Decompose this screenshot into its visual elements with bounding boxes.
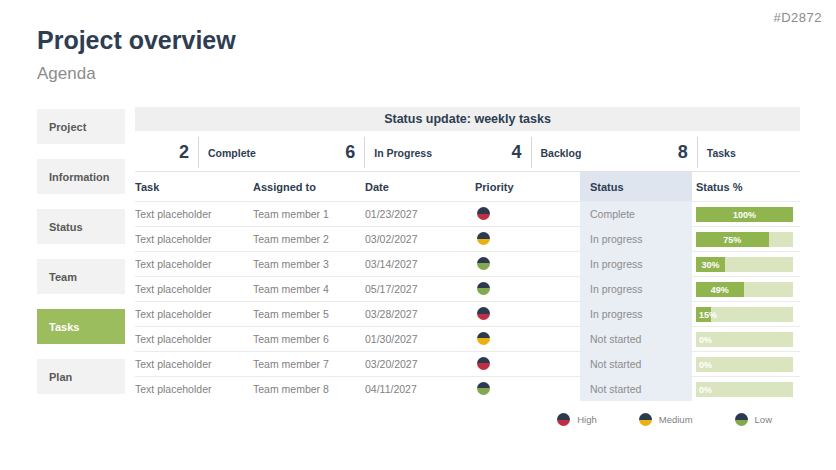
- table-row: Text placeholderTeam member 303/14/2027I…: [135, 251, 800, 276]
- progress-bar-label: 0%: [699, 332, 712, 347]
- agenda-sidebar: ProjectInformationStatusTeamTasksPlan: [37, 109, 125, 409]
- stat-in-progress: 6In Progress: [301, 134, 467, 171]
- legend-item-low: Low: [735, 413, 772, 426]
- priority-cell: [475, 282, 580, 297]
- assigned-to-cell: Team member 7: [253, 358, 365, 370]
- status-cell: In progress: [580, 277, 692, 301]
- status-cell: Complete: [580, 202, 692, 226]
- assigned-to-cell: Team member 2: [253, 233, 365, 245]
- status-percent-cell: 0%: [692, 382, 800, 397]
- table-row: Text placeholderTeam member 503/28/2027I…: [135, 301, 800, 326]
- assigned-to-cell: Team member 3: [253, 258, 365, 270]
- date-cell: 03/02/2027: [365, 233, 475, 245]
- assigned-to-cell: Team member 8: [253, 383, 365, 395]
- sidebar-item-team[interactable]: Team: [37, 259, 125, 294]
- column-header-status: Status: [580, 172, 692, 201]
- sidebar-item-project[interactable]: Project: [37, 109, 125, 144]
- stat-label: In Progress: [365, 147, 432, 159]
- task-cell: Text placeholder: [135, 383, 253, 395]
- legend-label: Medium: [659, 414, 693, 425]
- progress-bar-label: 0%: [699, 382, 712, 397]
- table-row: Text placeholderTeam member 601/30/2027N…: [135, 326, 800, 351]
- assigned-to-cell: Team member 6: [253, 333, 365, 345]
- progress-bar: 49%: [696, 282, 793, 297]
- column-header-priority: Priority: [475, 181, 580, 193]
- progress-bar-label: 49%: [696, 282, 744, 297]
- status-percent-cell: 75%: [692, 232, 800, 247]
- table-row: Text placeholderTeam member 804/11/2027N…: [135, 376, 800, 401]
- status-cell: In progress: [580, 227, 692, 251]
- task-cell: Text placeholder: [135, 283, 253, 295]
- priority-high-icon: [477, 207, 490, 220]
- progress-bar: 75%: [696, 232, 793, 247]
- template-code: #D2872: [773, 10, 822, 25]
- task-cell: Text placeholder: [135, 308, 253, 320]
- status-cell: Not started: [580, 377, 692, 401]
- table-row: Text placeholderTeam member 101/23/2027C…: [135, 201, 800, 226]
- priority-legend: HighMediumLow: [135, 413, 800, 426]
- table-row: Text placeholderTeam member 203/02/2027I…: [135, 226, 800, 251]
- priority-high-icon: [477, 307, 490, 320]
- sidebar-item-information[interactable]: Information: [37, 159, 125, 194]
- legend-label: High: [577, 414, 597, 425]
- date-cell: 01/23/2027: [365, 208, 475, 220]
- priority-cell: [475, 357, 580, 372]
- sidebar-item-tasks[interactable]: Tasks: [37, 309, 125, 344]
- priority-cell: [475, 207, 580, 222]
- sidebar-item-plan[interactable]: Plan: [37, 359, 125, 394]
- task-cell: Text placeholder: [135, 208, 253, 220]
- status-percent-cell: 0%: [692, 357, 800, 372]
- priority-low-icon: [477, 282, 490, 295]
- date-cell: 03/28/2027: [365, 308, 475, 320]
- assigned-to-cell: Team member 4: [253, 283, 365, 295]
- status-percent-cell: 30%: [692, 257, 800, 272]
- stat-backlog: 4Backlog: [468, 134, 634, 171]
- table-row: Text placeholderTeam member 405/17/2027I…: [135, 276, 800, 301]
- priority-medium-icon: [477, 232, 490, 245]
- priority-high-icon: [557, 413, 570, 426]
- progress-bar-label: 75%: [696, 232, 769, 247]
- priority-low-icon: [477, 257, 490, 270]
- stat-label: Tasks: [698, 147, 736, 159]
- progress-bar: 0%: [696, 357, 793, 372]
- status-cell: Not started: [580, 327, 692, 351]
- progress-bar: 30%: [696, 257, 793, 272]
- progress-bar-label: 15%: [699, 307, 717, 322]
- priority-cell: [475, 307, 580, 322]
- column-header-task: Task: [135, 181, 253, 193]
- priority-low-icon: [477, 382, 490, 395]
- stat-value: 6: [301, 142, 364, 163]
- priority-cell: [475, 382, 580, 397]
- page-subtitle: Agenda: [37, 64, 96, 84]
- panel-banner: Status update: weekly tasks: [135, 107, 800, 131]
- stat-label: Backlog: [532, 147, 582, 159]
- sidebar-item-status[interactable]: Status: [37, 209, 125, 244]
- task-cell: Text placeholder: [135, 258, 253, 270]
- legend-label: Low: [755, 414, 772, 425]
- stat-value: 2: [135, 142, 198, 163]
- stat-complete: 2Complete: [135, 134, 301, 171]
- task-cell: Text placeholder: [135, 233, 253, 245]
- stat-value: 8: [634, 142, 697, 163]
- progress-bar-label: 0%: [699, 357, 712, 372]
- priority-cell: [475, 332, 580, 347]
- date-cell: 03/14/2027: [365, 258, 475, 270]
- column-header-date: Date: [365, 181, 475, 193]
- priority-cell: [475, 257, 580, 272]
- banner-title: Status update: weekly tasks: [384, 112, 551, 126]
- priority-medium-icon: [639, 413, 652, 426]
- stat-label: Complete: [199, 147, 256, 159]
- status-cell: Not started: [580, 352, 692, 376]
- page-title: Project overview: [37, 26, 236, 55]
- task-cell: Text placeholder: [135, 358, 253, 370]
- table-header-row: TaskAssigned toDatePriorityStatusStatus …: [135, 172, 800, 201]
- status-cell: In progress: [580, 252, 692, 276]
- date-cell: 01/30/2027: [365, 333, 475, 345]
- status-percent-cell: 100%: [692, 207, 800, 222]
- column-header-assigned-to: Assigned to: [253, 181, 365, 193]
- status-percent-cell: 15%: [692, 307, 800, 322]
- progress-bar-label: 30%: [696, 257, 725, 272]
- stat-tasks: 8Tasks: [634, 134, 800, 171]
- date-cell: 05/17/2027: [365, 283, 475, 295]
- column-header-status-: Status %: [692, 181, 800, 193]
